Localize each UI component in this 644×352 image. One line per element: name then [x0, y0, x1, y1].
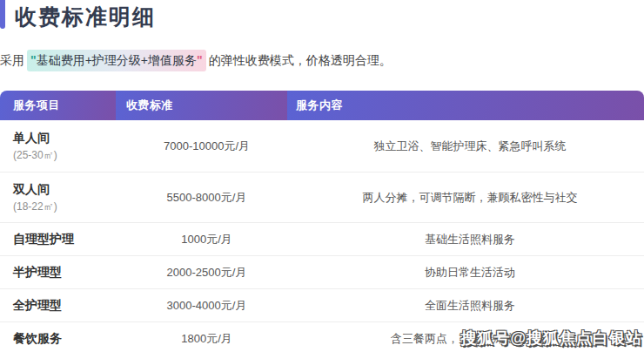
content-cell: 独立卫浴、智能护理床、紧急呼叫系统: [287, 139, 644, 154]
content-cell: 基础生活照料服务: [287, 232, 644, 247]
service-item-cell: 双人间 (18-22㎡): [0, 181, 116, 214]
table-row: 单人间 (25-30㎡) 7000-10000元/月 独立卫浴、智能护理床、紧急…: [0, 120, 644, 173]
price-cell: 1800元/月: [116, 331, 287, 347]
service-item-cell: 全护理型: [0, 297, 116, 314]
item-size: (25-30㎡): [13, 148, 116, 163]
title-accent-bar: [0, 0, 5, 29]
header-fee-standard: 收费标准: [116, 91, 287, 120]
price-cell: 1000元/月: [116, 232, 287, 247]
price-cell: 3000-4000元/月: [116, 298, 287, 314]
highlight-text: 基础费用+护理分级+增值服务: [37, 53, 197, 67]
table-row: 全护理型 3000-4000元/月 全面生活照料服务: [0, 289, 644, 322]
header-service-item: 服务项目: [0, 91, 116, 120]
sohu-watermark: 搜狐号@搜狐焦点白银站: [460, 328, 642, 349]
service-item-cell: 自理型护理: [0, 231, 116, 247]
intro-prefix: 采用: [0, 53, 24, 67]
price-cell: 5500-8000元/月: [116, 190, 287, 206]
item-name: 单人间: [13, 130, 116, 146]
close-quote: ": [197, 53, 203, 67]
price-cell: 2000-2500元/月: [116, 265, 287, 281]
item-name: 自理型护理: [13, 231, 116, 247]
item-size: (18-22㎡): [13, 200, 116, 214]
content-cell: 协助日常生活活动: [287, 265, 644, 281]
pricing-model-highlight: "基础费用+护理分级+增值服务": [27, 50, 206, 71]
item-name: 全护理型: [13, 297, 116, 314]
header-service-content: 服务内容: [287, 91, 644, 120]
content-cell: 全面生活照料服务: [287, 298, 644, 314]
open-quote: ": [30, 53, 37, 67]
service-item-cell: 半护理型: [0, 264, 116, 281]
service-item-cell: 单人间 (25-30㎡): [0, 130, 116, 163]
table-row: 自理型护理 1000元/月 基础生活照料服务: [0, 223, 644, 256]
price-cell: 7000-10000元/月: [116, 139, 287, 154]
item-name: 双人间: [13, 181, 116, 198]
intro-suffix: 的弹性收费模式，价格透明合理。: [209, 53, 392, 67]
intro-paragraph: 采用"基础费用+护理分级+增值服务"的弹性收费模式，价格透明合理。: [0, 50, 644, 71]
table-row: 半护理型 2000-2500元/月 协助日常生活活动: [0, 256, 644, 289]
table-header-row: 服务项目 收费标准 服务内容: [0, 91, 644, 120]
item-name: 半护理型: [13, 264, 116, 281]
service-item-cell: 餐饮服务: [0, 330, 116, 347]
item-name: 餐饮服务: [13, 330, 116, 347]
pricing-table: 服务项目 收费标准 服务内容 单人间 (25-30㎡) 7000-10000元/…: [0, 91, 644, 352]
table-row: 双人间 (18-22㎡) 5500-8000元/月 两人分摊，可调节隔断，兼顾私…: [0, 173, 644, 223]
page-title: 收费标准明细: [15, 3, 156, 30]
content-cell: 两人分摊，可调节隔断，兼顾私密性与社交: [287, 190, 644, 206]
